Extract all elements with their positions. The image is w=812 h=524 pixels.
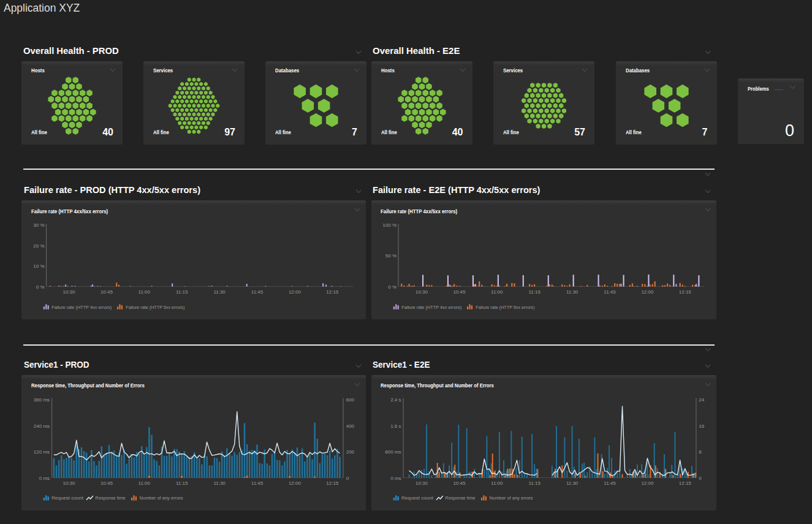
- svg-text:Failure rate (HTTP 5xx errors): Failure rate (HTTP 5xx errors): [126, 305, 184, 310]
- svg-text:800 ms: 800 ms: [385, 449, 401, 455]
- svg-text:24: 24: [699, 397, 704, 403]
- svg-text:50 %: 50 %: [385, 253, 396, 259]
- svg-text:20 %: 20 %: [33, 243, 44, 249]
- svg-text:12:00: 12:00: [289, 289, 302, 295]
- svg-text:10:45: 10:45: [453, 289, 466, 295]
- svg-text:Request count: Request count: [401, 495, 434, 501]
- svg-text:0: 0: [346, 476, 349, 481]
- svg-text:Request count: Request count: [51, 495, 84, 501]
- svg-text:11:30: 11:30: [213, 480, 226, 486]
- svg-text:10:45: 10:45: [453, 480, 466, 486]
- svg-text:11:15: 11:15: [528, 289, 541, 295]
- svg-text:8: 8: [699, 449, 702, 455]
- svg-text:10:45: 10:45: [101, 289, 113, 295]
- svg-text:600: 600: [346, 397, 355, 403]
- svg-text:120 ms: 120 ms: [34, 449, 50, 455]
- svg-text:11:30: 11:30: [566, 480, 578, 486]
- svg-text:11:00: 11:00: [491, 289, 503, 295]
- svg-text:0: 0: [699, 476, 702, 481]
- svg-text:11:45: 11:45: [604, 289, 616, 295]
- svg-text:10:30: 10:30: [63, 289, 75, 295]
- svg-text:0 %: 0 %: [388, 284, 397, 290]
- svg-text:12:00: 12:00: [641, 480, 654, 486]
- svg-text:Response time: Response time: [445, 495, 476, 501]
- svg-text:12:15: 12:15: [326, 289, 339, 295]
- svg-text:11:00: 11:00: [138, 480, 151, 486]
- svg-text:11:45: 11:45: [251, 480, 264, 486]
- svg-text:Number of any errors: Number of any errors: [489, 495, 533, 501]
- svg-text:11:45: 11:45: [251, 289, 264, 295]
- svg-text:11:00: 11:00: [491, 480, 503, 486]
- svg-text:30 %: 30 %: [33, 222, 44, 228]
- svg-text:0 ms: 0 ms: [390, 476, 401, 481]
- svg-text:10:30: 10:30: [415, 289, 428, 295]
- svg-text:100 %: 100 %: [382, 222, 397, 228]
- svg-text:11:45: 11:45: [604, 480, 616, 486]
- svg-text:10:30: 10:30: [415, 480, 428, 486]
- svg-text:10:30: 10:30: [63, 480, 75, 486]
- svg-text:11:15: 11:15: [176, 480, 188, 486]
- svg-text:0 %: 0 %: [36, 284, 45, 290]
- svg-text:10 %: 10 %: [33, 264, 44, 269]
- svg-text:240 ms: 240 ms: [34, 423, 50, 429]
- svg-text:400: 400: [346, 423, 355, 429]
- svg-text:10:45: 10:45: [101, 480, 113, 486]
- svg-text:11:15: 11:15: [176, 289, 188, 295]
- svg-text:2.4 s: 2.4 s: [390, 397, 401, 403]
- svg-text:0 ms: 0 ms: [39, 476, 50, 481]
- svg-text:12:15: 12:15: [678, 480, 691, 486]
- svg-text:Failure rate (HTTP 4xx errors): Failure rate (HTTP 4xx errors): [51, 305, 112, 310]
- svg-text:12:15: 12:15: [326, 480, 339, 486]
- svg-text:12:15: 12:15: [678, 289, 691, 295]
- svg-text:Response time: Response time: [96, 495, 126, 501]
- svg-text:360 ms: 360 ms: [34, 397, 50, 403]
- svg-text:200: 200: [346, 449, 355, 455]
- svg-text:12:00: 12:00: [641, 289, 654, 295]
- svg-text:11:30: 11:30: [213, 289, 226, 295]
- svg-text:11:15: 11:15: [528, 480, 541, 486]
- svg-text:Number of any errors: Number of any errors: [140, 495, 183, 501]
- svg-text:11:30: 11:30: [566, 289, 578, 295]
- svg-text:11:00: 11:00: [138, 289, 151, 295]
- svg-text:1.6 s: 1.6 s: [390, 423, 401, 429]
- svg-text:12:00: 12:00: [289, 480, 302, 486]
- svg-text:16: 16: [699, 423, 704, 429]
- svg-text:Failure rate (HTTP 5xx errors): Failure rate (HTTP 5xx errors): [476, 305, 534, 310]
- svg-text:Failure rate (HTTP 4xx errors): Failure rate (HTTP 4xx errors): [401, 305, 461, 310]
